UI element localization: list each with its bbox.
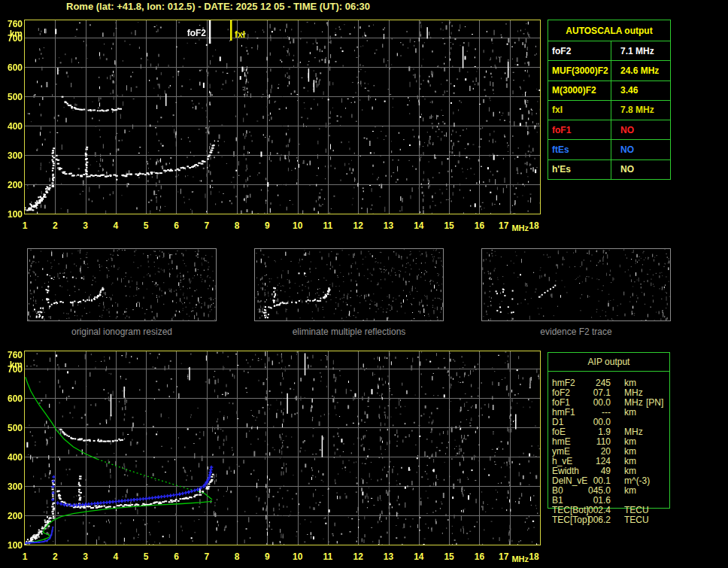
table-row: M(3000)F2 3.46	[548, 81, 670, 101]
y-tick-label: 300	[8, 481, 23, 492]
aip-row: TEC[Top]006.2TECU	[548, 515, 670, 525]
param-label: h'Es	[548, 160, 611, 179]
x-tick-label: 15	[444, 220, 453, 231]
x-tick-label: 11	[323, 220, 333, 231]
thumbnail-caption: evidence F2 trace	[481, 327, 671, 337]
x-tick-label: 17	[499, 220, 508, 231]
aip-table-header: AIP output	[548, 353, 669, 372]
x-tick-label: 7	[204, 551, 209, 562]
x-axis-unit-label: MHz	[511, 554, 529, 563]
thumbnail-caption: eliminate multiple reflections	[254, 327, 444, 337]
x-tick-label: 6	[174, 551, 179, 562]
param-note: [PN]	[646, 398, 663, 408]
table-row: MUF(3000)F2 24.6 MHz	[548, 61, 670, 80]
autoscala-screen: Rome (lat: +41.8, lon: 012.5) - DATE: 20…	[0, 0, 728, 568]
x-tick-label: 13	[384, 551, 393, 562]
x-tick-label: 4	[114, 551, 119, 562]
x-axis-unit-label: MHz	[511, 223, 529, 232]
y-tick-label: 400	[8, 452, 23, 463]
x-tick-label: 1	[23, 551, 28, 562]
thumbnail-caption: original ionogram resized	[27, 327, 217, 337]
y-tick-label: 500	[8, 92, 23, 102]
scaled-ionogram-canvas	[25, 20, 540, 214]
x-tick-label: 15	[444, 551, 453, 562]
x-tick-label: 8	[235, 220, 240, 231]
x-tick-label: 2	[53, 220, 58, 231]
x-tick-label: 8	[235, 551, 240, 562]
param-value: NO	[611, 140, 670, 159]
y-tick-label: 760	[8, 350, 23, 360]
page-title: Rome (lat: +41.8, lon: 012.5) - DATE: 20…	[66, 1, 370, 12]
x-tick-label: 14	[414, 551, 423, 562]
y-tick-label: 400	[8, 121, 23, 132]
y-tick-label: 300	[8, 150, 23, 161]
autoscala-table: AUTOSCALA output foF2 7.1 MHz MUF(3000)F…	[548, 20, 671, 180]
thumbnail-canvas	[482, 249, 670, 320]
param-value: 7.8 MHz	[611, 101, 670, 120]
thumbnail-canvas	[28, 249, 216, 320]
x-tick-label: 1	[23, 220, 28, 231]
profile-ionogram-plot	[24, 351, 541, 545]
x-tick-label: 16	[475, 551, 484, 562]
y-tick-label: 200	[8, 180, 23, 190]
param-unit: km	[624, 486, 636, 496]
x-tick-label: 5	[144, 551, 149, 562]
table-row: foF2 7.1 MHz	[548, 41, 670, 61]
param-unit: TECU	[624, 515, 649, 525]
thumbnail-canvas	[255, 249, 443, 320]
x-tick-label: 7	[204, 220, 209, 231]
param-value: NO	[611, 120, 670, 139]
param-value: NO	[611, 160, 670, 179]
x-tick-label: 3	[83, 220, 88, 231]
param-label: foF1	[548, 120, 611, 139]
table-row: foF1 NO	[548, 120, 670, 140]
thumbnail-multiple-reflections-removed	[254, 248, 444, 321]
fxi-marker-label: fxI	[235, 29, 245, 40]
x-tick-label: 16	[475, 220, 484, 231]
param-label: fxI	[548, 101, 611, 120]
x-tick-label: 17	[499, 551, 508, 562]
param-unit: km	[624, 408, 636, 418]
table-row: fxI 7.8 MHz	[548, 101, 670, 120]
param-value: 3.46	[611, 81, 670, 100]
x-tick-label: 2	[53, 551, 58, 562]
scaled-ionogram-plot: foF2 fxI	[24, 20, 541, 214]
param-value: 006.2	[567, 515, 611, 525]
x-tick-label: 12	[353, 220, 363, 231]
y-tick-label: 600	[8, 393, 23, 404]
y-tick-label: 760	[8, 19, 23, 29]
param-label: M(3000)F2	[548, 81, 611, 100]
y-axis-unit-label: km	[10, 360, 23, 370]
fof2-marker-label: foF2	[172, 28, 206, 38]
autoscala-table-header: AUTOSCALA output	[548, 20, 670, 41]
y-tick-label: 500	[8, 423, 23, 433]
y-tick-label: 600	[8, 62, 23, 73]
thumbnail-original-ionogram	[27, 248, 217, 321]
y-tick-label: 200	[8, 511, 23, 521]
x-tick-label: 9	[265, 220, 270, 231]
x-tick-label: 10	[293, 551, 302, 562]
x-tick-label: 9	[265, 551, 270, 562]
x-tick-label: 5	[144, 220, 149, 231]
x-tick-label: 12	[353, 551, 363, 562]
x-tick-label: 4	[114, 220, 119, 231]
x-tick-label: 13	[384, 220, 393, 231]
aip-table: AIP output hmF2245kmfoF207.1MHzfoF100.0M…	[548, 352, 670, 533]
profile-ionogram-canvas	[25, 351, 540, 545]
x-tick-label: 14	[414, 220, 423, 231]
y-tick-label: 100	[8, 209, 23, 220]
param-value: 24.6 MHz	[611, 61, 670, 80]
table-row: h'Es NO	[548, 160, 670, 179]
y-axis-unit-label: km	[10, 29, 23, 39]
y-tick-label: 100	[8, 540, 23, 551]
x-tick-label: 18	[529, 220, 538, 231]
x-tick-label: 10	[293, 220, 302, 231]
param-label: foF2	[548, 41, 611, 60]
table-row: ftEs NO	[548, 140, 670, 159]
x-tick-label: 6	[174, 220, 179, 231]
thumbnail-f2-trace-evidence	[481, 248, 671, 321]
param-label: ftEs	[548, 140, 611, 159]
x-tick-label: 18	[529, 551, 538, 562]
x-tick-label: 11	[323, 551, 333, 562]
param-value: 7.1 MHz	[611, 41, 670, 60]
